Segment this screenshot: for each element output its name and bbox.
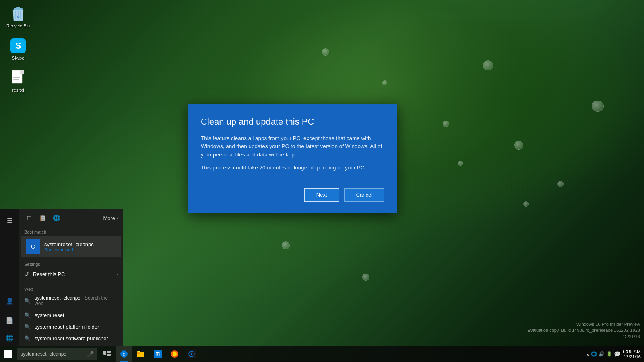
settings-section: Settings ↺ Reset this PC › — [19, 257, 123, 283]
best-match-icon: C — [26, 239, 40, 254]
media-player-icon[interactable] — [184, 346, 200, 362]
settings-reset-pc[interactable]: ↺ Reset this PC › — [19, 267, 123, 280]
sidebar-documents[interactable]: 📄 — [2, 312, 18, 328]
tray-icons: ∧ 🌐 🔊 🔋 💬 — [586, 351, 621, 357]
svg-text:S: S — [15, 41, 21, 51]
clock-time: 9:05 AM — [623, 349, 641, 354]
search-icon-3: 🔍 — [24, 335, 31, 341]
modal-title: Clean up and update this PC — [201, 117, 384, 127]
res-txt-icon[interactable]: res.txt — [4, 68, 32, 95]
web-label-0: systemreset -cleanpc - Search the web — [35, 295, 118, 306]
web-label-2: system reset platform folder — [35, 324, 99, 330]
tray-message-icon[interactable]: 💬 — [614, 351, 621, 357]
svg-rect-10 — [20, 70, 24, 74]
best-match-info: systemreset -cleanpc Run command — [44, 241, 94, 252]
search-icon-2: 🔍 — [24, 324, 31, 330]
desktop: ♻ Recycle Bin S Skype — [0, 0, 644, 362]
recycle-bin-icon[interactable]: ♻ Recycle Bin — [4, 4, 32, 30]
start-grid-icon[interactable]: ⊞ — [23, 212, 35, 224]
settings-header: Settings — [19, 259, 123, 267]
search-icon-0: 🔍 — [24, 298, 31, 304]
svg-text:⊞: ⊞ — [155, 351, 160, 357]
web-item-1[interactable]: 🔍 system reset — [19, 309, 123, 321]
search-icon-1: 🔍 — [24, 312, 31, 318]
start-sidebar: ☰ 👤 📄 🌐 — [0, 209, 19, 346]
settings-chevron-icon: › — [117, 272, 118, 276]
clock-date: 12/21/16 — [623, 354, 641, 359]
start-more-btn[interactable]: More ▾ — [103, 215, 119, 221]
desktop-icons: ♻ Recycle Bin S Skype — [4, 4, 32, 95]
svg-text:♻: ♻ — [17, 15, 20, 19]
modal-dialog: Clean up and update this PC This feature… — [188, 104, 397, 213]
modal-body: This feature cleans all apps from your P… — [201, 134, 384, 159]
svg-rect-23 — [137, 351, 140, 352]
sidebar-user[interactable]: 👤 — [2, 293, 18, 309]
res-txt-label: res.txt — [12, 88, 24, 93]
svg-point-27 — [173, 352, 177, 356]
best-match-name: systemreset -cleanpc — [44, 241, 94, 247]
edge-icon[interactable]: e — [116, 346, 132, 362]
taskbar: systemreset -cleanpc 🎤 e — [0, 346, 644, 362]
skype-label: Skype — [12, 56, 25, 61]
watermark-line2: Evaluation copy, Build 14986.rs_prerelea… — [528, 327, 640, 333]
recycle-bin-label: Recycle Bin — [6, 23, 30, 29]
tray-volume-icon[interactable]: 🔊 — [599, 351, 605, 357]
cancel-button[interactable]: Cancel — [344, 188, 384, 202]
svg-rect-18 — [107, 354, 111, 356]
svg-text:e: e — [123, 351, 126, 357]
svg-text:C: C — [31, 243, 35, 250]
watermark: Windows 10 Pro Insider Preview Evaluatio… — [528, 321, 640, 340]
svg-rect-1 — [16, 7, 20, 9]
start-menu: ☰ 👤 📄 🌐 ⊞ 📋 🌐 More ▾ Best match — [0, 209, 123, 346]
file-explorer-icon[interactable] — [133, 346, 149, 362]
taskbar-search-text: systemreset -cleanpc — [21, 351, 87, 357]
microphone-icon[interactable]: 🎤 — [87, 351, 94, 357]
watermark-line3: 12/21/16 — [528, 334, 640, 340]
next-button[interactable]: Next — [304, 188, 339, 202]
web-label-3: system reset software publisher — [35, 335, 108, 341]
svg-rect-16 — [103, 351, 106, 355]
svg-rect-17 — [107, 351, 111, 353]
web-label-1: system reset — [35, 312, 64, 318]
windows-logo-icon — [4, 350, 12, 358]
task-view-button[interactable] — [99, 346, 115, 362]
sidebar-globe[interactable]: 🌐 — [2, 330, 18, 346]
taskbar-search[interactable]: systemreset -cleanpc 🎤 — [17, 348, 97, 360]
best-match-sub[interactable]: Run command — [44, 247, 94, 252]
web-item-3[interactable]: 🔍 system reset software publisher — [19, 333, 123, 344]
start-button[interactable] — [0, 346, 16, 362]
watermark-line1: Windows 10 Pro Insider Preview — [528, 321, 640, 327]
firefox-icon[interactable] — [167, 346, 183, 362]
web-item-0[interactable]: 🔍 systemreset -cleanpc - Search the web — [19, 292, 123, 309]
start-doc-icon[interactable]: 📋 — [37, 212, 48, 224]
modal-note: This process could take 20 minutes or lo… — [201, 164, 384, 172]
store-icon[interactable]: ⊞ — [150, 346, 166, 362]
tray-chevron[interactable]: ∧ — [586, 352, 589, 356]
modal-buttons: Next Cancel — [201, 188, 384, 202]
sidebar-hamburger[interactable]: ☰ — [2, 212, 18, 228]
chevron-down-icon: ▾ — [117, 216, 119, 220]
web-header: Web — [19, 284, 123, 292]
best-match-label: Best match — [19, 227, 123, 236]
skype-icon[interactable]: S Skype — [4, 36, 32, 62]
taskbar-app-icons: e ⊞ — [99, 346, 200, 362]
reset-icon: ↺ — [24, 271, 29, 277]
best-match-item[interactable]: C systemreset -cleanpc Run command — [21, 236, 121, 257]
start-globe-icon[interactable]: 🌐 — [51, 212, 62, 224]
taskbar-tray: ∧ 🌐 🔊 🔋 💬 9:05 AM 12/21/16 — [586, 349, 644, 359]
tray-clock[interactable]: 9:05 AM 12/21/16 — [623, 349, 641, 359]
tray-network-icon[interactable]: 🌐 — [591, 351, 597, 357]
reset-pc-label: Reset this PC — [33, 271, 65, 277]
more-label: More — [103, 215, 115, 221]
web-section: Web 🔍 systemreset -cleanpc - Search the … — [19, 283, 123, 346]
web-item-2[interactable]: 🔍 system reset platform folder — [19, 321, 123, 333]
tray-battery-icon[interactable]: 🔋 — [606, 351, 612, 357]
